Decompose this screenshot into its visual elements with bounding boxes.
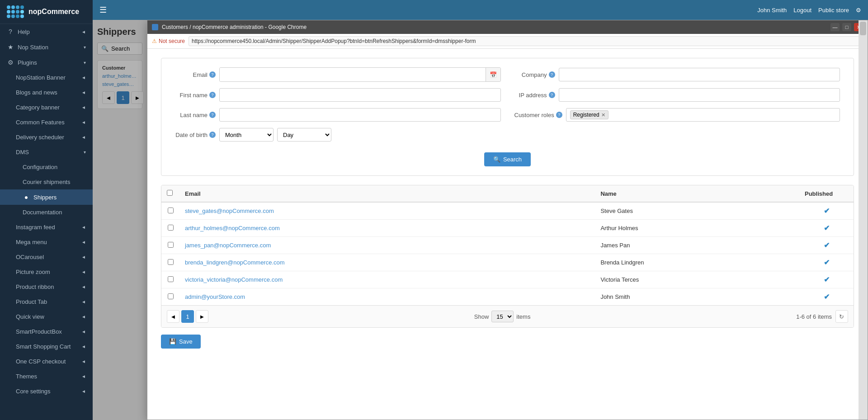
roles-help-icon[interactable]: ? [556,112,562,118]
sidebar-item-courier-shipments[interactable]: Courier shipments [0,175,93,189]
sidebar-nav: ? Help ◄ ★ Nop Station ▾ ⚙ Plugins ▾ Nop… [0,24,93,420]
row-name-1: Arthur Holmes [595,220,799,237]
row-checkbox-5[interactable] [168,293,174,299]
table-row[interactable]: arthur_holmes@nopCommerce.com Arthur Hol… [161,220,854,237]
refresh-button[interactable]: ↻ [835,310,848,323]
sidebar-item-nopstation[interactable]: ★ Nop Station ▾ [0,39,93,55]
sidebar-item-plugins[interactable]: ⚙ Plugins ▾ [0,55,93,70]
company-group: Company ? [514,68,840,81]
first-name-input[interactable] [219,88,501,102]
row-email-5[interactable]: admin@yourStore.com [179,288,595,306]
last-name-help-icon[interactable]: ? [209,112,216,118]
current-user: John Smith [757,7,787,14]
published-checkmark: ✔ [824,207,830,215]
select-all-checkbox[interactable] [167,190,173,196]
sidebar-item-configuration[interactable]: Configuration [0,160,93,175]
sidebar-item-blogs-news[interactable]: Blogs and news ◄ [0,85,93,100]
sidebar-item-ocarousel[interactable]: OCarousel ◄ [0,250,93,264]
sidebar-item-core-settings[interactable]: Core settings ◄ [0,384,93,399]
next-page-button[interactable]: ► [196,310,208,323]
row-checkbox-2[interactable] [168,242,174,248]
sidebar-item-quick-view[interactable]: Quick view ◄ [0,309,93,324]
email-help-icon[interactable]: ? [209,71,216,78]
sidebar-item-help[interactable]: ? Help ◄ [0,24,93,39]
sidebar-item-instagram-feed[interactable]: Instagram feed ◄ [0,220,93,235]
minimize-button[interactable]: — [830,23,840,31]
search-button[interactable]: 🔍 Search [484,152,531,166]
sidebar-item-smart-shopping-cart[interactable]: Smart Shopping Cart ◄ [0,339,93,354]
calendar-icon[interactable]: 📅 [486,68,500,81]
row-email-0[interactable]: steve_gates@nopCommerce.com [179,202,595,220]
row-checkbox-cell[interactable] [161,220,179,237]
sidebar-item-common-features[interactable]: Common Features ◄ [0,115,93,130]
ip-address-label: IP address ? [514,92,555,99]
browser-favicon [152,24,158,30]
maximize-button[interactable]: □ [842,23,851,31]
customer-roles-input[interactable]: Registered ✕ [566,108,840,122]
prev-page-button[interactable]: ◄ [167,310,179,323]
company-input[interactable] [559,68,840,81]
sidebar-item-product-ribbon[interactable]: Product ribbon ◄ [0,279,93,294]
settings-icon[interactable]: ⚙ [856,7,861,14]
sidebar-item-shippers[interactable]: ● Shippers [0,189,93,205]
table-row[interactable]: admin@yourStore.com John Smith ✔ [161,288,854,306]
tag-close-icon[interactable]: ✕ [601,112,605,118]
row-checkbox-cell[interactable] [161,202,179,220]
sidebar-item-delivery-scheduler[interactable]: Delivery scheduler ◄ [0,130,93,145]
table-row[interactable]: brenda_lindgren@nopCommerce.com Brenda L… [161,254,854,271]
first-name-help-icon[interactable]: ? [209,92,216,98]
sidebar-item-mega-menu[interactable]: Mega menu ◄ [0,235,93,250]
row-checkbox-cell[interactable] [161,254,179,271]
dob-help-icon[interactable]: ? [209,132,216,138]
table-row[interactable]: steve_gates@nopCommerce.com Steve Gates … [161,202,854,220]
sidebar-item-documentation[interactable]: Documentation [0,205,93,220]
sidebar-item-category-banner[interactable]: Category banner ◄ [0,100,93,115]
scrollbar-thumb[interactable] [860,22,866,35]
row-checkbox-0[interactable] [168,208,174,213]
save-button[interactable]: 💾 Save [161,335,201,349]
help-icon: ? [7,28,14,35]
published-checkmark: ✔ [824,241,830,249]
row-email-1[interactable]: arthur_holmes@nopCommerce.com [179,220,595,237]
last-name-input[interactable] [219,108,501,122]
ip-help-icon[interactable]: ? [549,92,555,98]
company-help-icon[interactable]: ? [549,71,555,78]
public-store-link[interactable]: Public store [818,7,849,14]
email-input[interactable] [220,68,486,81]
ip-address-input[interactable] [559,88,840,102]
hamburger-icon[interactable]: ☰ [99,5,107,15]
main-content: ☰ John Smith Logout Public store ⚙ Shipp… [93,0,868,420]
current-page-button[interactable]: 1 [181,310,194,323]
row-checkbox-cell[interactable] [161,271,179,288]
month-select[interactable]: Month [219,128,274,142]
row-email-2[interactable]: james_pan@nopCommerce.com [179,237,595,254]
url-bar[interactable]: https://nopcommerce450.local/Admin/Shipp… [189,36,863,46]
row-published-0: ✔ [799,202,854,220]
row-checkbox-cell[interactable] [161,288,179,306]
table-row[interactable]: james_pan@nopCommerce.com James Pan ✔ [161,237,854,254]
row-email-4[interactable]: victoria_victoria@nopCommerce.com [179,271,595,288]
day-select[interactable]: Day [277,128,331,142]
sidebar-item-themes[interactable]: Themes ◄ [0,369,93,384]
items-per-page-select[interactable]: 15 [491,311,514,322]
row-checkbox-4[interactable] [168,276,174,282]
logout-button[interactable]: Logout [793,7,811,14]
sidebar-item-smartproductbox[interactable]: SmartProductBox ◄ [0,324,93,339]
sidebar-item-product-tab[interactable]: Product Tab ◄ [0,294,93,309]
published-checkmark: ✔ [824,224,830,232]
sidebar-item-dms[interactable]: DMS ▾ [0,145,93,160]
row-checkbox-cell[interactable] [161,237,179,254]
row-published-2: ✔ [799,237,854,254]
right-scrollbar[interactable] [859,20,868,420]
sidebar-item-picture-zoom[interactable]: Picture zoom ◄ [0,264,93,279]
row-checkbox-3[interactable] [168,259,174,265]
row-checkbox-1[interactable] [168,225,174,231]
sidebar-item-nopstation-banner[interactable]: NopStation Banner ◄ [0,70,93,85]
sidebar-item-one-csp-checkout[interactable]: One CSP checkout ◄ [0,354,93,369]
security-label: Not secure [159,38,185,44]
show-label: Show [474,313,489,320]
registered-tag: Registered ✕ [570,110,609,119]
table-row[interactable]: victoria_victoria@nopCommerce.com Victor… [161,271,854,288]
browser-titlebar: Customers / nopCommerce administration -… [147,20,868,34]
row-email-3[interactable]: brenda_lindgren@nopCommerce.com [179,254,595,271]
